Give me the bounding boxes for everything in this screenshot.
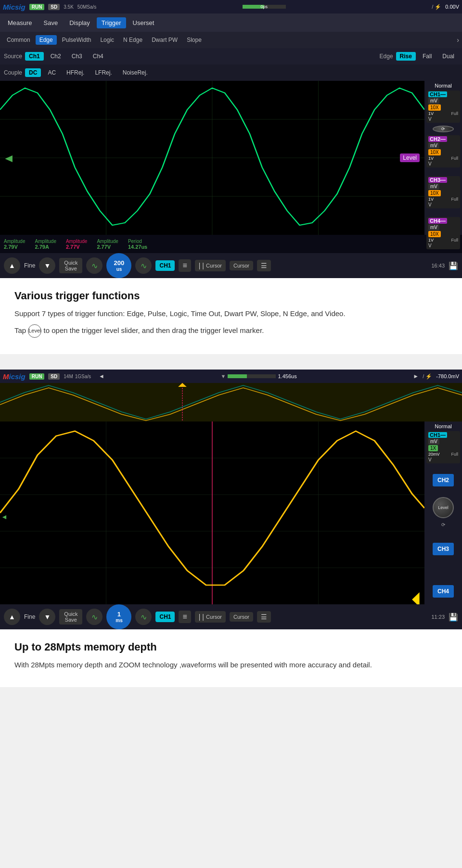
svg-marker-6 [5, 155, 13, 162]
meas1: Amplitude 2.79V [4, 239, 25, 250]
scope2-down-btn[interactable]: ▼ [39, 609, 55, 625]
meas5-label: Period [128, 239, 147, 244]
menu-userset[interactable]: Userset [128, 17, 159, 28]
scope1-ch2-label[interactable]: CH2— [428, 136, 447, 142]
src-ch1[interactable]: Ch1 [25, 52, 44, 61]
scope1-sample-rate: 50MSa/s [77, 4, 96, 10]
scope1-ch2-10x[interactable]: 10X [428, 149, 441, 155]
scope2-wave-right-btn[interactable]: ∿ [135, 609, 152, 625]
scope2-level-knob[interactable]: Level [433, 497, 454, 518]
couple-lfrej[interactable]: LFRej. [91, 68, 116, 77]
scope2-menu-icon-btn[interactable]: ☰ [257, 611, 271, 623]
trig-more-chevron[interactable]: › [457, 36, 459, 44]
couple-ac[interactable]: AC [44, 68, 60, 77]
scope2-ch1-mv[interactable]: mV [428, 438, 439, 445]
trig-common[interactable]: Common [3, 35, 34, 45]
meas4-label: Amplitude [97, 239, 118, 244]
scope2-time-display[interactable]: 1 ms [106, 604, 131, 629]
scope1-cursor2-btn[interactable]: Cursor [230, 261, 253, 270]
meas4-value: 2.77V [97, 244, 118, 250]
gray-section-2: Micsig RUN SD 14M 1GSa/s ◄ ▼ 1.456us ► /… [0, 354, 462, 687]
scope2-ch2-btn[interactable]: CH2 [433, 474, 454, 486]
menu-trigger[interactable]: Trigger [97, 17, 126, 28]
scope1-cursor1-btn[interactable]: | | Cursor [195, 260, 226, 271]
oscilloscope-2: Micsig RUN SD 14M 1GSa/s ◄ ▼ 1.456us ► /… [0, 370, 462, 629]
src-ch3[interactable]: Ch3 [68, 52, 86, 61]
src-ch4[interactable]: Ch4 [89, 52, 107, 61]
scope2-cursor2-label: Cursor [233, 614, 249, 620]
scope1-cursor2-label: Cursor [233, 263, 249, 268]
scope2-quicksave-btn[interactable]: QuickSave [59, 609, 82, 625]
scope1-ch1-label[interactable]: CH1— [428, 91, 447, 97]
scope2-ch-indicator[interactable]: CH1 [155, 612, 175, 622]
scope1-wave-right-btn[interactable]: ∿ [135, 257, 152, 274]
scope2-ch1-1x[interactable]: 1X [428, 445, 438, 451]
meas5-value: 14.27us [128, 244, 147, 250]
scope1-ch1-volt: 1V [428, 111, 434, 116]
scope1-ch3-10x[interactable]: 10X [428, 190, 441, 196]
menu-save[interactable]: Save [39, 17, 63, 28]
trig-pulsewidth[interactable]: PulseWidth [58, 35, 95, 45]
scope2-wave-left-btn[interactable]: ∿ [86, 609, 103, 625]
scope1-time-display[interactable]: 200 us [106, 253, 131, 278]
scope1-cursor1-label: Cursor [206, 263, 222, 268]
couple-hfrej[interactable]: HFRej. [63, 68, 88, 77]
edge-dual[interactable]: Dual [438, 52, 458, 61]
section1-title: Various trigger functions [14, 290, 448, 302]
scope2-ch1-label[interactable]: CH1— [428, 432, 447, 438]
scope1-quicksave-btn[interactable]: QuickSave [59, 258, 82, 273]
scope2-ch1-block: CH1— mV 1X 20mV Full V [426, 431, 460, 463]
trig-logic[interactable]: Logic [96, 35, 118, 45]
trig-dwartpw[interactable]: Dwart PW [148, 35, 181, 45]
scope2-trigger-marker: ◄ [1, 513, 8, 521]
menu-display[interactable]: Display [64, 17, 95, 28]
scope2-up-btn[interactable]: ▲ [4, 609, 20, 625]
edge-rise[interactable]: Rise [396, 52, 416, 61]
couple-noiserej[interactable]: NoiseRej. [119, 68, 152, 77]
scope1-ch1-block: CH1— mV 10X 1V Full V [426, 90, 460, 123]
trig-slope[interactable]: Slope [183, 35, 205, 45]
scope2-ch1-volt: 20mV [428, 452, 440, 457]
section2-text: With 28Mpts memory depth and ZOOM techno… [14, 659, 448, 671]
scope1-ch1-mv[interactable]: mV [428, 98, 439, 104]
scope1-ch-indicator[interactable]: CH1 [155, 260, 175, 271]
scope1-ch2-full: Full [451, 156, 458, 161]
scope1-ch3-label[interactable]: CH3— [428, 177, 447, 183]
scope2-normal-badge: Normal [435, 423, 451, 429]
scope2-cursor2-btn[interactable]: Cursor [230, 612, 253, 622]
scope2-cursor-lines[interactable]: ≡ [179, 611, 191, 623]
scope1-volt-offset: 0.00V [445, 4, 459, 10]
couple-dc[interactable]: DC [25, 68, 41, 77]
scope1-ch1-10x[interactable]: 10X [428, 104, 441, 111]
scope1-grid: Level [0, 81, 424, 235]
scope2-ch3-btn[interactable]: CH3 [433, 543, 454, 555]
scope1-wave-left-btn[interactable]: ∿ [86, 257, 103, 274]
scope1-freq: 3.5K [64, 4, 74, 10]
scope1-cursor-lines[interactable]: ≡ [179, 259, 191, 272]
scope2-overview-svg [0, 383, 462, 421]
scope1-controls: ▲ Fine ▼ QuickSave ∿ 200 us ∿ CH1 ≡ | | … [0, 253, 462, 278]
scope2-ch4-btn[interactable]: CH4 [433, 585, 454, 598]
scope1-ch4-label[interactable]: CH4— [428, 218, 447, 224]
scope1-save-icon: 💾 [449, 261, 458, 270]
scope1-level-label[interactable]: Level [400, 153, 420, 162]
section2-title: Up to 28Mpts memory depth [14, 641, 448, 653]
menu-measure[interactable]: Measure [3, 17, 37, 28]
scope1-down-btn[interactable]: ▼ [39, 257, 55, 274]
scope1-up-btn[interactable]: ▲ [4, 257, 20, 274]
scope1-level-knob[interactable]: ⟳ [433, 126, 454, 132]
scope1-ch3-mv[interactable]: mV [428, 183, 439, 190]
scope2-save-icon: 💾 [449, 613, 458, 622]
scope1-ch2-mv[interactable]: mV [428, 142, 439, 149]
scope2-time-value: 1 [117, 611, 121, 618]
scope1-ch4-10x[interactable]: 10X [428, 231, 441, 237]
scope2-cursor1-btn[interactable]: | | Cursor [195, 611, 226, 623]
src-ch2[interactable]: Ch2 [47, 52, 65, 61]
trig-nedge[interactable]: N Edge [119, 35, 146, 45]
scope1-menu-icon-btn[interactable]: ☰ [257, 260, 271, 271]
scope1-ch4-mv[interactable]: mV [428, 224, 439, 230]
scope2-volt-offset: -780.0mV [436, 373, 459, 379]
section1-text2: Tap Level to open the trigger level slid… [14, 324, 448, 338]
trig-edge[interactable]: Edge [36, 35, 57, 45]
edge-fall[interactable]: Fall [419, 52, 436, 61]
